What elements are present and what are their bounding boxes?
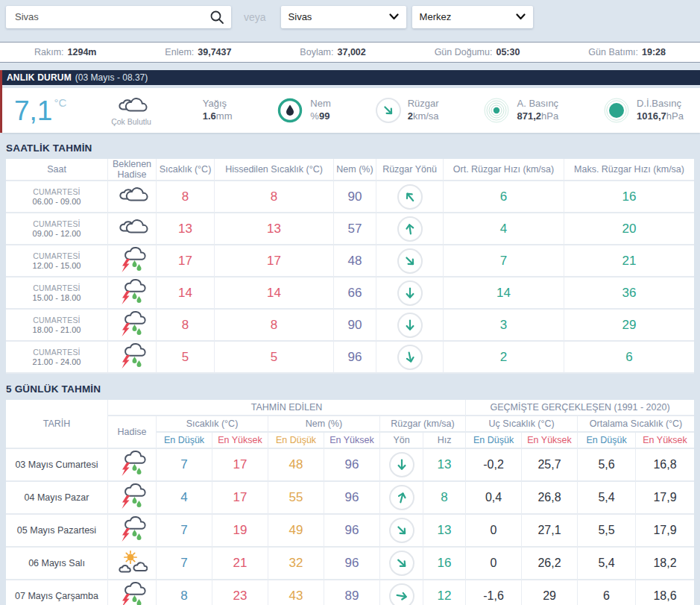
- ext-min-header: En Düşük: [466, 433, 522, 449]
- daily-ext-max-cell: 26,8: [522, 482, 578, 515]
- extreme-temp-group-header: Uç Sıcaklık (°C): [466, 416, 578, 433]
- wind-speed-header: Hız: [423, 433, 466, 449]
- province-select[interactable]: Sivas: [281, 6, 406, 28]
- hourly-column-header: Sıcaklık (°C): [157, 159, 215, 181]
- cloudy-icon: [114, 95, 148, 116]
- partly-sunny-icon: [116, 551, 148, 573]
- hourly-forecast-row: CUMARTESİ18.00 - 21.00 8 8 90 3 29: [6, 310, 694, 342]
- historical-group-header: GEÇMİŞTE GERÇEKLEŞEN (1991 - 2020): [466, 400, 694, 416]
- wind-arrow-icon: [394, 457, 409, 472]
- thunderstorm-icon: [118, 278, 146, 305]
- info-value: 39,7437: [198, 47, 231, 57]
- hourly-time-cell: CUMARTESİ18.00 - 21.00: [6, 310, 108, 342]
- current-temperature-unit: °C: [54, 96, 66, 109]
- daily-header-row-2: Hadise Sıcaklık (°C) Nem (%) Rüzgar (km/…: [6, 416, 694, 433]
- daily-forecast-table: TARİH TAHMİN EDİLEN GEÇMİŞTE GERÇEKLEŞEN…: [6, 400, 694, 605]
- hourly-wind-dir-cell: [376, 245, 444, 278]
- hourly-feels-like-cell: 8: [215, 310, 334, 342]
- thunderstorm-icon: [118, 246, 146, 273]
- wind-arrow-icon: [391, 553, 412, 574]
- hourly-humidity-cell: 57: [334, 213, 376, 245]
- current-conditions-panel: 7,1°C Çok Bulutlu Yağış 1.6mm N: [2, 88, 700, 133]
- hourly-wind-max-cell: 36: [564, 278, 694, 310]
- thunderstorm-icon: [118, 310, 146, 337]
- daily-wind-speed-cell: 12: [423, 580, 466, 605]
- daily-avg-max-cell: 18,2: [636, 548, 694, 580]
- hourly-condition-cell: [108, 310, 157, 342]
- daily-forecast-row: 07 Mayıs Çarşamba 8 23 43 89 12 -1,6 29 …: [6, 580, 694, 605]
- current-temperature-value: 7,1: [14, 95, 52, 126]
- pressure-label: A. Basınç: [517, 98, 558, 110]
- daily-temp-min-cell: 8: [157, 580, 212, 605]
- daily-humidity-min-cell: 43: [268, 580, 324, 605]
- district-select[interactable]: Merkez: [412, 6, 533, 28]
- current-condition: Çok Bulutlu: [111, 95, 151, 126]
- hourly-wind-max-cell: 6: [564, 342, 694, 374]
- info-item: Enlem:39,7437: [165, 47, 231, 57]
- ext-max-header: En Yüksek: [522, 433, 578, 449]
- hourly-forecast-row: CUMARTESİ21.00 - 24.00 5 5 96 2 6: [6, 342, 694, 374]
- daily-condition-cell: [108, 449, 157, 482]
- temperature-group-header: Sıcaklık (°C): [157, 416, 268, 433]
- wind-dir-header: Yön: [380, 433, 423, 449]
- daily-forecast-row: 06 Mayıs Salı 7 21 32 96 16 0 26,2 5,4 1…: [6, 548, 694, 580]
- temp-max-header: En Yüksek: [212, 433, 268, 449]
- humidity-group-header: Nem (%): [268, 416, 380, 433]
- thunderstorm-icon: [118, 450, 146, 477]
- daily-ext-min-cell: -0,2: [466, 449, 522, 482]
- district-select-value: Merkez: [420, 11, 452, 22]
- daily-header-row-1: TARİH TAHMİN EDİLEN GEÇMİŞTE GERÇEKLEŞEN…: [6, 400, 694, 416]
- hourly-feels-like-cell: 8: [215, 181, 334, 213]
- wind-arrow-icon: [403, 318, 417, 333]
- precipitation-metric: Yağış 1.6mm: [196, 98, 233, 123]
- sea-level-pressure-unit: hPa: [666, 110, 684, 122]
- pressure-metric: A. Basınç 871,2hPa: [483, 97, 558, 124]
- hourly-wind-dir-cell: [376, 310, 444, 342]
- daily-condition-cell: [108, 482, 157, 515]
- hourly-condition-cell: [108, 245, 157, 278]
- wind-direction-icon: [389, 518, 414, 543]
- info-item: Gün Batımı:19:28: [588, 47, 666, 57]
- hourly-time-cell: CUMARTESİ12.00 - 15.00: [6, 245, 108, 278]
- daily-humidity-min-cell: 48: [268, 449, 324, 482]
- daily-wind-dir-cell: [380, 580, 423, 605]
- sea-level-pressure-label: D.İ.Basınç: [637, 98, 684, 110]
- search-input[interactable]: [6, 6, 231, 28]
- hourly-feels-like-cell: 14: [215, 278, 334, 310]
- hourly-humidity-cell: 48: [334, 245, 376, 278]
- daily-avg-min-cell: 5,5: [578, 515, 636, 548]
- current-section-header: ANLIK DURUM (03 Mayıs - 08.37): [2, 70, 700, 85]
- daily-wind-speed-cell: 13: [423, 449, 466, 482]
- thunderstorm-icon: [118, 581, 146, 605]
- daily-date-cell: 07 Mayıs Çarşamba: [6, 580, 108, 605]
- daily-forecast-row: 03 Mayıs Cumartesi 7 17 48 96 13 -0,2 25…: [6, 449, 694, 482]
- wind-direction-icon: [389, 485, 414, 510]
- sea-level-pressure-icon: [603, 97, 630, 124]
- station-pressure-icon: [483, 97, 510, 124]
- wind-value: 2: [408, 110, 413, 122]
- daily-ext-min-cell: -1,6: [466, 580, 522, 605]
- hourly-column-header: Ort. Rüzgar Hızı (km/sa): [444, 159, 564, 181]
- hourly-wind-dir-cell: [376, 213, 444, 245]
- event-column-header: Hadise: [108, 416, 157, 449]
- daily-ext-min-cell: 0: [466, 548, 522, 580]
- search-icon[interactable]: [209, 9, 225, 25]
- current-section-subtitle: (03 Mayıs - 08.37): [75, 72, 148, 83]
- sea-level-pressure-metric: D.İ.Basınç 1016,7hPa: [603, 97, 684, 124]
- temp-min-header: En Düşük: [157, 433, 212, 449]
- info-label: Gün Batımı:: [588, 47, 638, 57]
- daily-wind-speed-cell: 8: [423, 482, 466, 515]
- current-conditions-section: ANLIK DURUM (03 Mayıs - 08.37) 7,1°C Çok…: [0, 70, 700, 133]
- precipitation-unit: mm: [216, 110, 233, 122]
- info-value: 37,002: [338, 47, 366, 57]
- hourly-column-header: Maks. Rüzgar Hızı (km/sa): [564, 159, 694, 181]
- hourly-wind-max-cell: 20: [564, 213, 694, 245]
- daily-humidity-max-cell: 89: [324, 580, 380, 605]
- daily-ext-max-cell: 29: [522, 580, 578, 605]
- hourly-humidity-cell: 90: [334, 310, 376, 342]
- info-value: 19:28: [642, 47, 666, 57]
- hourly-column-header: Saat: [6, 159, 108, 181]
- hourly-forecast-row: CUMARTESİ12.00 - 15.00 17 17 48 7 21: [6, 245, 694, 278]
- wind-direction-icon: [397, 345, 423, 370]
- hourly-condition-cell: [108, 342, 157, 374]
